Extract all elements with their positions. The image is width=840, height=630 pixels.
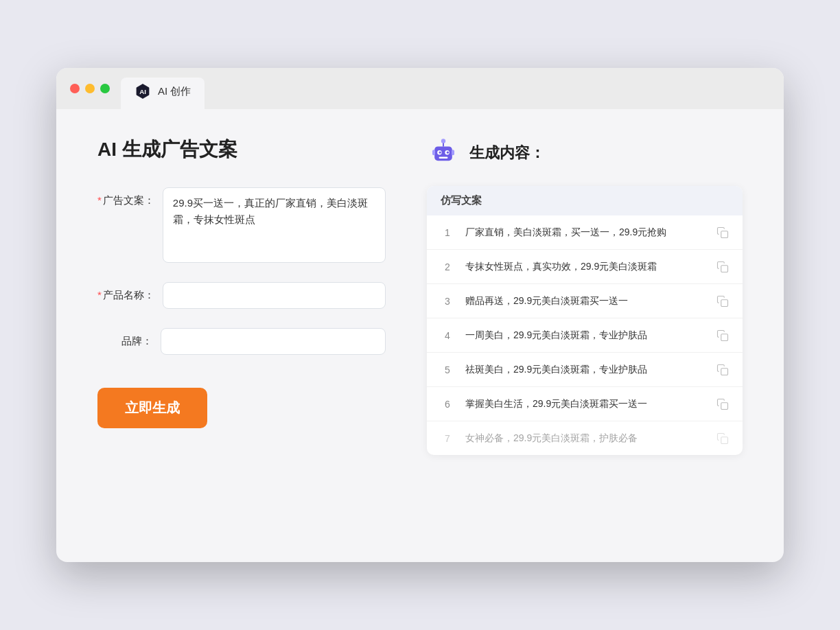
row-number-6: 6 — [441, 399, 454, 410]
table-row: 4 一周美白，29.9元美白淡斑霜，专业护肤品 — [427, 318, 743, 353]
product-name-group: *产品名称： 美白淡斑霜 — [97, 282, 386, 309]
svg-point-6 — [447, 152, 449, 154]
main-content: AI 生成广告文案 *广告文案： 29.9买一送一，真正的厂家直销，美白淡斑霜，… — [56, 109, 784, 482]
table-row: 7 女神必备，29.9元美白淡斑霜，护肤必备 — [427, 421, 743, 455]
svg-rect-14 — [721, 299, 728, 306]
svg-rect-15 — [721, 334, 728, 340]
product-name-label: *产品名称： — [97, 282, 154, 302]
minimize-button[interactable] — [85, 84, 95, 93]
svg-point-9 — [441, 139, 445, 143]
svg-rect-13 — [721, 265, 728, 272]
row-text-2: 专抹女性斑点，真实功效，29.9元美白淡斑霜 — [465, 259, 705, 274]
svg-rect-12 — [721, 231, 728, 237]
maximize-button[interactable] — [100, 84, 110, 93]
brand-input[interactable]: 好白 — [161, 328, 386, 355]
required-star-2: * — [97, 289, 102, 301]
svg-rect-11 — [452, 150, 454, 155]
ad-copy-label: *广告文案： — [97, 187, 154, 207]
row-number-2: 2 — [441, 261, 454, 272]
generate-button[interactable]: 立即生成 — [97, 388, 207, 428]
svg-rect-10 — [432, 150, 435, 155]
row-text-6: 掌握美白生活，29.9元美白淡斑霜买一送一 — [465, 397, 705, 411]
row-number-7: 7 — [441, 433, 454, 444]
row-number-5: 5 — [441, 364, 454, 375]
row-text-7: 女神必备，29.9元美白淡斑霜，护肤必备 — [465, 431, 705, 445]
table-row: 3 赠品再送，29.9元美白淡斑霜买一送一 — [427, 284, 743, 318]
svg-point-5 — [439, 152, 441, 154]
traffic-lights — [70, 84, 110, 103]
left-panel: AI 生成广告文案 *广告文案： 29.9买一送一，真正的厂家直销，美白淡斑霜，… — [97, 137, 386, 455]
svg-rect-16 — [721, 368, 728, 375]
row-number-1: 1 — [441, 227, 454, 238]
copy-icon-2[interactable] — [716, 261, 729, 273]
close-button[interactable] — [70, 84, 80, 93]
row-text-3: 赠品再送，29.9元美白淡斑霜买一送一 — [465, 294, 705, 308]
copy-icon-1[interactable] — [716, 226, 729, 239]
svg-rect-18 — [721, 436, 728, 443]
result-table: 仿写文案 1 厂家直销，美白淡斑霜，买一送一，29.9元抢购 2 专抹女性斑点，… — [427, 186, 743, 455]
table-row: 6 掌握美白生活，29.9元美白淡斑霜买一送一 — [427, 387, 743, 421]
svg-text:AI: AI — [139, 88, 146, 95]
copy-icon-5[interactable] — [716, 364, 729, 376]
copy-icon-6[interactable] — [716, 398, 729, 410]
row-text-4: 一周美白，29.9元美白淡斑霜，专业护肤品 — [465, 328, 705, 342]
copy-icon-7[interactable] — [716, 432, 729, 445]
page-title: AI 生成广告文案 — [97, 137, 386, 163]
brand-group: 品牌： 好白 — [97, 328, 386, 355]
required-star: * — [97, 194, 102, 206]
svg-rect-7 — [439, 157, 448, 159]
copy-icon-4[interactable] — [716, 329, 729, 342]
table-row: 5 祛斑美白，29.9元美白淡斑霜，专业护肤品 — [427, 353, 743, 387]
browser-window: AI AI 创作 AI 生成广告文案 *广告文案： 29.9买一送一，真正的厂家… — [56, 68, 784, 562]
table-header: 仿写文案 — [427, 186, 743, 215]
result-title: 生成内容： — [469, 143, 545, 163]
product-name-input[interactable]: 美白淡斑霜 — [163, 282, 386, 309]
svg-rect-2 — [434, 146, 452, 161]
row-number-4: 4 — [441, 330, 454, 341]
table-row: 2 专抹女性斑点，真实功效，29.9元美白淡斑霜 — [427, 250, 743, 284]
robot-icon — [427, 137, 460, 170]
copy-icon-3[interactable] — [716, 295, 729, 307]
ad-copy-group: *广告文案： 29.9买一送一，真正的厂家直销，美白淡斑霜，专抹女性斑点 — [97, 187, 386, 263]
ai-icon: AI — [135, 83, 151, 100]
browser-toolbar: AI AI 创作 — [56, 68, 784, 109]
ad-copy-input[interactable]: 29.9买一送一，真正的厂家直销，美白淡斑霜，专抹女性斑点 — [163, 187, 386, 263]
row-number-3: 3 — [441, 296, 454, 307]
right-panel: 生成内容： 仿写文案 1 厂家直销，美白淡斑霜，买一送一，29.9元抢购 2 专… — [427, 137, 743, 455]
brand-label: 品牌： — [97, 328, 152, 348]
row-text-1: 厂家直销，美白淡斑霜，买一送一，29.9元抢购 — [465, 225, 705, 240]
ai-creation-tab[interactable]: AI AI 创作 — [121, 78, 205, 109]
result-header: 生成内容： — [427, 137, 743, 170]
tab-title: AI 创作 — [158, 85, 191, 98]
row-text-5: 祛斑美白，29.9元美白淡斑霜，专业护肤品 — [465, 362, 705, 377]
table-row: 1 厂家直销，美白淡斑霜，买一送一，29.9元抢购 — [427, 215, 743, 250]
svg-rect-17 — [721, 402, 728, 409]
